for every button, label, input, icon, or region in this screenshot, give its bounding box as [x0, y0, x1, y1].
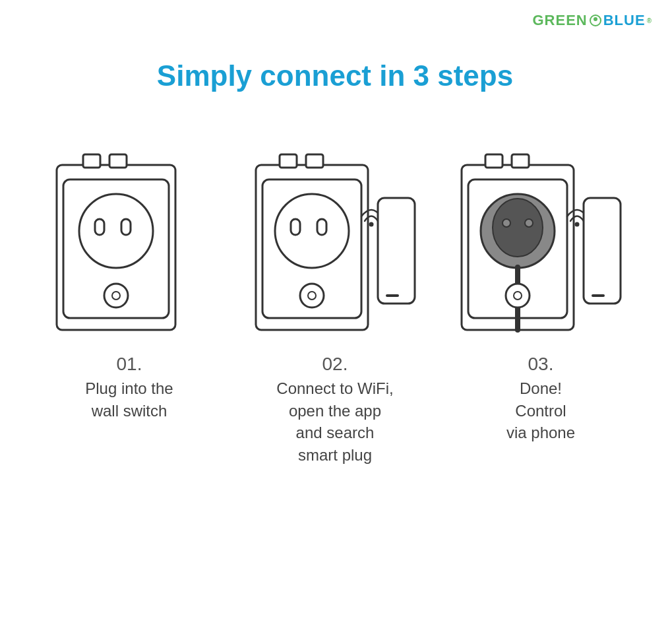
svg-rect-10 — [280, 154, 297, 168]
svg-rect-20 — [386, 294, 399, 297]
svg-point-8 — [112, 292, 120, 300]
step-3: 03. Done!Controlvia phone — [448, 145, 633, 444]
logo-green-text: GREEN — [532, 12, 587, 29]
svg-point-32 — [575, 222, 580, 227]
svg-point-26 — [493, 199, 543, 257]
svg-rect-23 — [512, 154, 529, 168]
svg-point-13 — [275, 194, 349, 268]
svg-rect-33 — [584, 198, 621, 304]
svg-rect-34 — [592, 294, 605, 297]
step-1-desc: Plug into thewall switch — [85, 377, 173, 422]
logo-blue-text: BLUE — [603, 12, 646, 29]
svg-point-31 — [514, 292, 522, 300]
svg-rect-22 — [485, 154, 503, 168]
svg-rect-15 — [317, 219, 326, 235]
step-2-number: 02. — [322, 354, 348, 375]
step-2: 02. Connect to WiFi,open the appand sear… — [243, 145, 427, 466]
svg-rect-14 — [291, 219, 300, 235]
logo-registered: ® — [647, 17, 652, 24]
svg-rect-1 — [83, 154, 100, 168]
svg-point-4 — [79, 194, 153, 268]
svg-rect-2 — [109, 154, 127, 168]
svg-point-17 — [308, 292, 316, 300]
brand-logo: GREEN BLUE ® — [532, 12, 652, 29]
page-title: Simply connect in 3 steps — [0, 59, 670, 92]
steps-container: 01. Plug into thewall switch — [0, 145, 670, 466]
svg-point-29 — [525, 219, 533, 227]
step-1-illustration — [44, 145, 215, 343]
step-3-desc: Done!Controlvia phone — [506, 377, 575, 444]
step-1: 01. Plug into thewall switch — [37, 145, 222, 422]
svg-rect-11 — [306, 154, 323, 168]
svg-rect-19 — [378, 198, 415, 304]
step-2-desc: Connect to WiFi,open the appand searchsm… — [276, 377, 393, 466]
logo-icon — [590, 15, 601, 26]
svg-rect-5 — [95, 219, 104, 235]
svg-point-18 — [369, 222, 374, 227]
step-3-number: 03. — [528, 354, 554, 375]
step-2-illustration — [249, 145, 421, 343]
svg-rect-6 — [121, 219, 131, 235]
step-1-number: 01. — [117, 354, 142, 375]
step-3-illustration — [455, 145, 626, 343]
svg-point-28 — [503, 219, 510, 227]
